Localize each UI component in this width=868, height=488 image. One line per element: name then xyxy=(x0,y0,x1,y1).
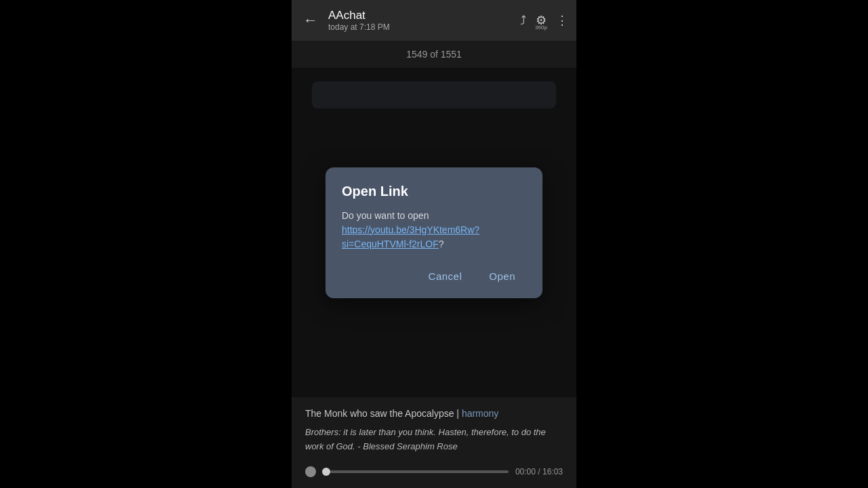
header-title-area: AAchat today at 7:18 PM xyxy=(328,9,520,32)
video-title-text: The Monk who saw the Apocalypse | xyxy=(305,408,462,419)
audio-player: 00:00 / 16:03 xyxy=(305,464,563,480)
cancel-button[interactable]: Cancel xyxy=(418,265,473,287)
dialog-link[interactable]: https://youtu.be/3HgYKtem6Rw?si=CequHTVM… xyxy=(342,224,479,249)
dialog-title: Open Link xyxy=(342,184,526,199)
video-title-link[interactable]: harmony xyxy=(462,408,498,419)
dialog-actions: Cancel Open xyxy=(342,265,526,287)
back-button[interactable]: ← xyxy=(300,12,321,29)
bottom-content: The Monk who saw the Apocalypse | harmon… xyxy=(292,397,576,488)
dialog-overlay: Open Link Do you want to open https://yo… xyxy=(292,68,576,397)
settings-icon[interactable]: ⚙ 360p xyxy=(536,13,547,28)
video-description: Brothers: it is later than you think. Ha… xyxy=(305,426,563,454)
dialog-body-prefix: Do you want to open xyxy=(342,210,429,221)
chat-subtitle: today at 7:18 PM xyxy=(328,22,520,32)
message-counter: 1549 of 1551 xyxy=(292,41,576,68)
progress-thumb[interactable] xyxy=(322,468,330,476)
chat-title: AAchat xyxy=(328,9,520,22)
progress-bar[interactable] xyxy=(323,470,509,473)
header-icons: ⤴ ⚙ 360p ⋮ xyxy=(520,13,568,28)
open-button[interactable]: Open xyxy=(478,265,526,287)
dialog-body-suffix: ? xyxy=(439,239,444,249)
open-link-dialog: Open Link Do you want to open https://yo… xyxy=(326,167,542,298)
dialog-body: Do you want to open https://youtu.be/3Hg… xyxy=(342,209,526,251)
phone-frame: ← AAchat today at 7:18 PM ⤴ ⚙ 360p ⋮ 154… xyxy=(292,0,576,488)
quality-badge: 360p xyxy=(535,24,547,30)
time-display: 00:00 / 16:03 xyxy=(515,467,563,476)
header: ← AAchat today at 7:18 PM ⤴ ⚙ 360p ⋮ xyxy=(292,0,576,41)
chat-area: Open Link Do you want to open https://yo… xyxy=(292,68,576,397)
more-icon[interactable]: ⋮ xyxy=(556,13,568,28)
play-button[interactable] xyxy=(305,466,316,477)
video-title-line: The Monk who saw the Apocalypse | harmon… xyxy=(305,408,563,419)
share-icon[interactable]: ⤴ xyxy=(520,14,526,28)
